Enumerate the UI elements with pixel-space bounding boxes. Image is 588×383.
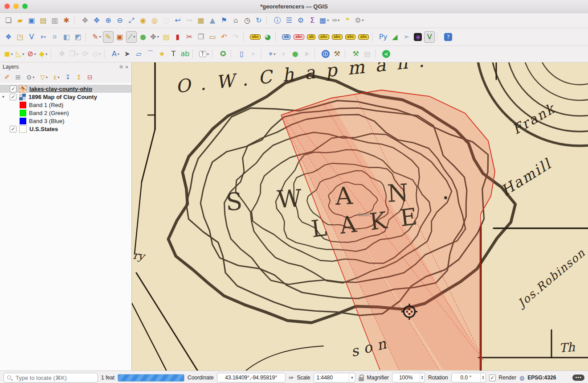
select-by-location-dropdown-icon[interactable]: ▾ xyxy=(45,52,47,56)
show-unplaced-labels[interactable]: abc xyxy=(318,31,330,43)
scale-combobox[interactable]: ▼ xyxy=(314,373,355,383)
expander-icon[interactable]: ▾ xyxy=(2,95,4,99)
layer-visibility-checkbox[interactable]: ✓ xyxy=(10,86,16,92)
new-temporary-scratch-layer[interactable]: ⌗ xyxy=(49,31,60,43)
zoom-full-extent[interactable]: ⤢ xyxy=(126,15,137,26)
plugin-information[interactable]: ⓘ xyxy=(320,48,331,60)
open-project[interactable]: ▰ xyxy=(15,15,25,26)
crs-globe-icon[interactable]: ◍ xyxy=(519,375,524,381)
layer-item-band-3-blue-[interactable]: Band 3 (Blue) xyxy=(0,117,131,125)
refresh-map[interactable]: ↻ xyxy=(253,15,264,26)
magnifier-input[interactable] xyxy=(392,374,420,381)
cut-features[interactable]: ✂ xyxy=(184,31,195,43)
identify-features[interactable]: ⓘ xyxy=(272,15,283,26)
new-3d-map-view[interactable]: ▲ xyxy=(207,15,218,26)
rotation-spinner[interactable]: ▲▼ xyxy=(480,373,485,382)
locator-box[interactable] xyxy=(4,373,98,383)
layer-visibility-checkbox[interactable]: ✓ xyxy=(10,94,16,100)
zoom-to-selection[interactable]: ◉ xyxy=(138,15,148,26)
panel-float-icon[interactable]: ⧉ xyxy=(119,64,122,70)
layer-item-u-s-states[interactable]: ✓U.S.States xyxy=(0,125,131,133)
layer-labeling-options[interactable]: abc xyxy=(249,31,261,43)
delete-selected[interactable]: ▮ xyxy=(172,31,183,43)
layer-diagram-options[interactable]: ◕ xyxy=(262,31,273,43)
layer-visibility-checkbox[interactable]: ✓ xyxy=(10,126,16,132)
zoom-to-layer[interactable]: ◎ xyxy=(149,15,160,26)
zoom-in[interactable]: ⊕ xyxy=(103,15,114,26)
add-group[interactable]: ⊞ xyxy=(13,72,24,82)
statistical-summary[interactable]: ☰ xyxy=(284,15,294,26)
current-edits-dropdown-icon[interactable]: ▾ xyxy=(99,35,101,39)
filter-by-expression-dropdown-icon[interactable]: ▾ xyxy=(58,75,60,79)
new-map-view[interactable]: ▦ xyxy=(196,15,206,26)
add-lake-feature[interactable]: ● xyxy=(290,48,301,60)
paste-features[interactable]: ▭ xyxy=(207,31,218,43)
show-layout-manager[interactable]: ▥ xyxy=(49,15,60,26)
data-source-manager[interactable]: ❖ xyxy=(3,31,14,43)
magnifier-field[interactable]: ▲▼ xyxy=(392,373,425,383)
save-layer-edits[interactable]: ▣ xyxy=(114,31,125,43)
current-edits[interactable]: ✎▾ xyxy=(91,31,102,43)
grass-tools[interactable]: ◉ xyxy=(412,31,423,43)
style-manager[interactable]: ✱ xyxy=(61,15,72,26)
move-canvas-center-dropdown-icon[interactable]: ▾ xyxy=(274,52,275,56)
new-project[interactable]: ❏ xyxy=(3,15,14,26)
modify-attributes[interactable]: ▤ xyxy=(161,31,172,43)
metasearch[interactable]: ✪ xyxy=(218,48,229,60)
crs-status[interactable]: EPSG:4326 xyxy=(527,375,556,381)
new-shapefile-layer[interactable]: V xyxy=(26,31,37,43)
form-annotation-dropdown-icon[interactable]: ▾ xyxy=(207,52,209,56)
pan-map[interactable]: ✥ xyxy=(80,15,90,26)
annotation-settings-dropdown-icon[interactable]: ▾ xyxy=(118,52,119,56)
render-checkbox[interactable]: ✓ xyxy=(489,375,496,381)
select-by-location[interactable]: ◆▾ xyxy=(38,48,49,60)
manage-map-themes[interactable]: ⊙▾ xyxy=(24,72,37,82)
open-attribute-table-dropdown-icon[interactable]: ▾ xyxy=(327,18,329,22)
python-console[interactable]: Py xyxy=(378,31,388,43)
copy-features[interactable]: ❐ xyxy=(196,31,206,43)
run-feature-action[interactable]: ⚙▾ xyxy=(354,15,364,26)
new-print-layout[interactable]: ▤ xyxy=(38,15,49,26)
messages-icon[interactable]: ••• xyxy=(572,375,584,381)
pin-labels[interactable]: ab xyxy=(281,31,292,43)
create-marker-annotation[interactable]: ★ xyxy=(156,48,167,60)
digitize-with-segment-dropdown-icon[interactable]: ▾ xyxy=(134,35,135,39)
profile-tool[interactable]: ◢ xyxy=(389,31,400,43)
gps-information[interactable]: ▯ xyxy=(237,48,247,60)
coordinate-field[interactable] xyxy=(217,373,286,383)
panel-close-icon[interactable]: ✕ xyxy=(125,65,129,70)
select-features-by-value[interactable]: ◺▾ xyxy=(15,48,25,60)
extents-toggle-icon[interactable]: ✑ xyxy=(289,374,294,381)
map-tools-pencil[interactable]: ⚒ xyxy=(332,48,343,60)
reshape-features-dropdown-icon[interactable]: ▾ xyxy=(99,52,101,56)
move-canvas-center[interactable]: ⌖▾ xyxy=(267,48,278,60)
deselect-features[interactable]: ⊘▾ xyxy=(26,48,37,60)
expand-all[interactable]: ↧ xyxy=(63,72,74,82)
filter-legend-dropdown-icon[interactable]: ▾ xyxy=(46,75,48,79)
zoom-out[interactable]: ⊖ xyxy=(114,15,125,26)
coordinate-input[interactable] xyxy=(217,374,285,381)
locator-input[interactable] xyxy=(15,374,95,382)
freehand-digitizing[interactable]: ⚒ xyxy=(351,48,361,60)
layer-item-band-2-green-[interactable]: Band 2 (Green) xyxy=(0,109,131,117)
scale-input[interactable] xyxy=(314,374,349,381)
vertex-tool-dropdown-icon[interactable]: ▾ xyxy=(157,35,159,39)
rotation-field[interactable]: ▲▼ xyxy=(451,373,486,383)
select-features-by-value-dropdown-icon[interactable]: ▾ xyxy=(22,52,24,56)
toggle-editing[interactable]: ✎ xyxy=(103,31,114,43)
processing-toolbox[interactable]: ⚙ xyxy=(295,15,306,26)
show-hide-labels[interactable]: ab xyxy=(306,31,317,43)
digitizing-tools[interactable]: V xyxy=(424,31,435,43)
show-bookmarks[interactable]: ⌂ xyxy=(230,15,241,26)
select-annotation[interactable]: ➤ xyxy=(122,48,132,60)
magnifier-spinner[interactable]: ▲▼ xyxy=(420,373,425,382)
new-gpx-layer[interactable]: ➳ xyxy=(38,31,49,43)
create-line-annotation[interactable]: ⌒ xyxy=(145,48,155,60)
georeferencer-plugin[interactable]: ➣ xyxy=(401,31,412,43)
open-layer-styling[interactable]: ✐ xyxy=(2,72,12,82)
zoom-last[interactable]: ↩ xyxy=(172,15,183,26)
move-label[interactable]: abc xyxy=(331,31,343,43)
temporal-controller[interactable]: ◷ xyxy=(242,15,253,26)
pan-to-selection[interactable]: ✥ xyxy=(91,15,102,26)
collapse-all[interactable]: ↥ xyxy=(74,72,84,82)
